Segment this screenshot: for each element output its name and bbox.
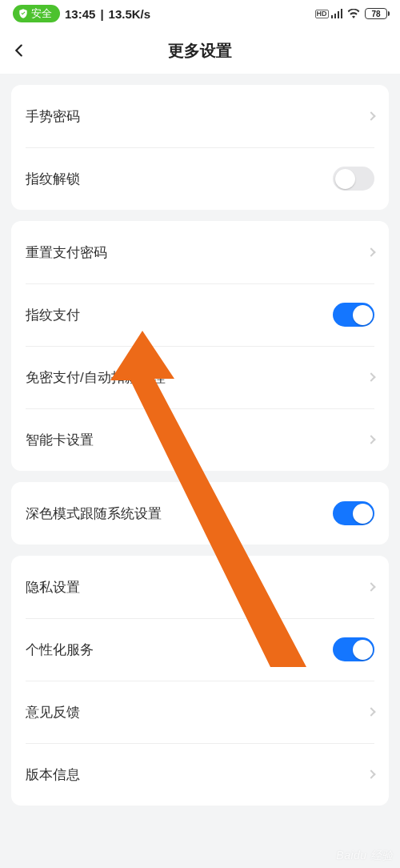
row-gesture-password[interactable]: 手势密码	[11, 85, 389, 147]
chevron-right-icon	[366, 372, 375, 381]
row-label: 版本信息	[26, 766, 80, 784]
safety-label: 安全	[31, 6, 52, 21]
hd-indicator: HD	[315, 10, 329, 18]
status-netspeed: 13.5K/s	[109, 7, 151, 21]
group-payment: 重置支付密码 指纹支付 免密支付/自动扣款管理 智能卡设置	[11, 221, 389, 471]
group-general: 隐私设置 个性化服务 意见反馈 版本信息	[11, 556, 389, 806]
chevron-right-icon	[366, 435, 375, 444]
row-privacy[interactable]: 隐私设置	[11, 556, 389, 618]
chevron-left-icon	[10, 42, 28, 59]
chevron-right-icon	[366, 247, 375, 256]
safety-pill: 安全	[13, 5, 60, 22]
row-autopay-mgmt[interactable]: 免密支付/自动扣款管理	[11, 346, 389, 408]
row-reset-pay-pwd[interactable]: 重置支付密码	[11, 221, 389, 283]
status-right: HD 78	[315, 8, 388, 19]
wifi-icon	[347, 9, 360, 18]
status-time: 13:45	[65, 7, 95, 21]
row-dark-follow-system[interactable]: 深色模式跟随系统设置	[11, 482, 389, 545]
page-title: 更多设置	[0, 40, 400, 62]
signal-icon	[331, 9, 343, 18]
battery-indicator: 78	[365, 8, 387, 19]
back-button[interactable]	[0, 31, 38, 70]
chevron-right-icon	[366, 770, 375, 778]
row-label: 手势密码	[26, 107, 80, 126]
fingerprint-pay-toggle[interactable]	[333, 303, 374, 327]
status-left: 安全 13:45 | 13.5K/s	[13, 5, 150, 22]
chevron-right-icon	[366, 111, 375, 120]
row-label: 重置支付密码	[26, 243, 107, 262]
row-label: 个性化服务	[26, 641, 94, 659]
row-label: 免密支付/自动扣款管理	[26, 368, 166, 387]
row-smartcard[interactable]: 智能卡设置	[11, 408, 389, 471]
row-label: 隐私设置	[26, 578, 80, 597]
row-label: 指纹支付	[26, 306, 80, 324]
dark-mode-toggle[interactable]	[333, 501, 374, 525]
row-label: 深色模式跟随系统设置	[26, 504, 162, 523]
status-bar: 安全 13:45 | 13.5K/s HD 78	[0, 0, 400, 27]
row-label: 智能卡设置	[26, 431, 94, 449]
row-label: 指纹解锁	[26, 170, 80, 188]
group-appearance: 深色模式跟随系统设置	[11, 482, 389, 545]
chevron-right-icon	[366, 582, 375, 591]
group-security: 手势密码 指纹解锁	[11, 85, 389, 210]
watermark: Baidu 经验	[336, 849, 394, 863]
nav-header: 更多设置	[0, 27, 400, 74]
shield-icon	[18, 8, 29, 19]
row-version[interactable]: 版本信息	[11, 743, 389, 806]
row-label: 意见反馈	[26, 703, 80, 721]
fingerprint-unlock-toggle[interactable]	[333, 167, 374, 191]
row-feedback[interactable]: 意见反馈	[11, 681, 389, 743]
row-fingerprint-pay[interactable]: 指纹支付	[11, 283, 389, 346]
row-personalized[interactable]: 个性化服务	[11, 618, 389, 681]
settings-content: 手势密码 指纹解锁 重置支付密码 指纹支付 免密支付/自动扣款管理 智能卡设置	[0, 74, 400, 806]
row-fingerprint-unlock[interactable]: 指纹解锁	[11, 147, 389, 210]
chevron-right-icon	[366, 707, 375, 716]
personalized-toggle[interactable]	[333, 637, 374, 661]
status-sep: |	[100, 7, 103, 21]
battery-level: 78	[371, 10, 380, 18]
